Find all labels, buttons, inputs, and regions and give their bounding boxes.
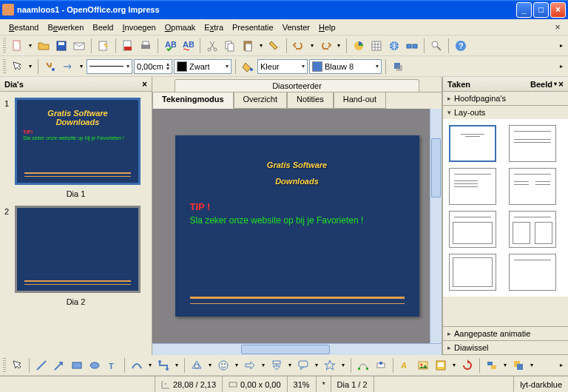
maximize-button[interactable]: □ <box>533 2 549 18</box>
menu-bewerken[interactable]: Bewerken <box>43 21 88 33</box>
ellipse-tool[interactable] <box>87 357 103 374</box>
redo-button[interactable] <box>317 38 334 54</box>
menu-beeld[interactable]: Beeld <box>88 21 118 33</box>
stars-tool[interactable] <box>322 357 338 374</box>
text-tool[interactable]: T <box>104 357 121 374</box>
new-dropdown[interactable]: ▾ <box>27 38 34 54</box>
fill-color-select[interactable]: Blauw 8▾ <box>309 59 382 74</box>
menu-invoegen[interactable]: Invoegen <box>118 21 160 33</box>
tab-overzicht[interactable]: Overzicht <box>234 92 287 109</box>
menu-venster[interactable]: Venster <box>278 21 314 33</box>
rectangle-tool[interactable] <box>69 357 85 374</box>
current-slide[interactable]: Gratis SoftwareDownloads TIP ! Sla zeker… <box>175 135 419 317</box>
document-close-button[interactable]: × <box>552 21 564 33</box>
symbol-shapes-tool[interactable] <box>215 357 231 374</box>
section-layouts[interactable]: ▾Lay-outs <box>443 106 568 119</box>
menu-presentatie[interactable]: Presentatie <box>228 21 278 33</box>
tasks-view-label[interactable]: Beeld <box>530 80 552 89</box>
tab-notities[interactable]: Notities <box>287 92 334 109</box>
save-button[interactable] <box>53 38 70 54</box>
tasks-close[interactable]: × <box>558 79 564 89</box>
arrow-line-tool[interactable] <box>51 357 67 374</box>
paste-dropdown[interactable]: ▾ <box>257 38 265 54</box>
toolbar-overflow[interactable]: ▸ <box>558 58 565 75</box>
section-hoofdpaginas[interactable]: ▸Hoofdpagina's <box>443 92 568 105</box>
new-button[interactable] <box>9 38 25 54</box>
layout-item[interactable] <box>449 125 496 162</box>
layout-item[interactable] <box>509 211 556 248</box>
line-color-select[interactable]: Zwart▾ <box>174 59 231 74</box>
line-style-select[interactable]: ▾ <box>87 59 132 74</box>
select-tool[interactable] <box>9 357 25 374</box>
tab-handout[interactable]: Hand-out <box>334 92 386 109</box>
copy-button[interactable] <box>222 38 238 54</box>
print-button[interactable] <box>138 38 154 54</box>
pdf-button[interactable] <box>120 38 136 54</box>
tab-tekeningmodus[interactable]: Tekeningmodus <box>152 92 234 109</box>
menu-help[interactable]: Help <box>314 21 340 33</box>
line-tool[interactable] <box>33 357 50 374</box>
slide-thumb-2[interactable]: 2 <box>4 206 147 293</box>
open-button[interactable] <box>36 38 52 54</box>
points-tool[interactable] <box>355 357 371 374</box>
layout-item[interactable] <box>509 254 556 291</box>
menu-extra[interactable]: Extra <box>200 21 228 33</box>
layout-item[interactable] <box>449 168 496 205</box>
connector-tool[interactable] <box>155 357 172 374</box>
toolbar-overflow[interactable]: ▸ <box>558 357 565 374</box>
callout-tool[interactable] <box>295 357 311 374</box>
vertical-scrollbar[interactable] <box>430 109 442 343</box>
line-style-icon[interactable] <box>42 58 58 75</box>
navigator-button[interactable] <box>404 38 420 54</box>
slide-editor[interactable]: Gratis SoftwareDownloads TIP ! Sla zeker… <box>152 109 442 343</box>
rotate-tool[interactable] <box>459 357 476 374</box>
close-button[interactable]: × <box>550 2 566 18</box>
cut-button[interactable] <box>204 38 220 54</box>
arrow-tool[interactable] <box>9 58 25 75</box>
shadow-button[interactable] <box>390 58 406 75</box>
paste-button[interactable] <box>240 38 256 54</box>
menu-bestand[interactable]: Bestand <box>4 21 43 33</box>
toolbar-grip[interactable] <box>3 59 6 74</box>
layout-item[interactable] <box>509 168 556 205</box>
spreadsheet-button[interactable] <box>368 38 385 54</box>
status-zoom[interactable]: 31% <box>288 376 317 392</box>
align-tool[interactable] <box>484 357 500 374</box>
autospell-button[interactable]: ABC <box>180 38 196 54</box>
gallery-tool[interactable] <box>433 357 449 374</box>
fill-mode-select[interactable]: Kleur▾ <box>257 59 308 74</box>
format-paintbrush-button[interactable] <box>266 38 283 54</box>
toolbar-grip[interactable] <box>3 38 6 53</box>
menu-opmaak[interactable]: Opmaak <box>160 21 200 33</box>
block-arrows-tool[interactable] <box>242 357 258 374</box>
flowchart-tool[interactable] <box>268 357 285 374</box>
from-file-tool[interactable] <box>415 357 431 374</box>
slide-panel-close[interactable]: × <box>142 79 147 89</box>
hyperlink-button[interactable] <box>386 38 402 54</box>
redo-dropdown[interactable]: ▾ <box>335 38 342 54</box>
section-diawissel[interactable]: ▸Diawissel <box>443 341 568 354</box>
toolbar-overflow[interactable]: ▸ <box>558 38 565 54</box>
layout-item[interactable] <box>509 125 556 162</box>
tab-diasorteerder[interactable]: Diasorteerder <box>175 79 419 92</box>
fontwork-tool[interactable]: A <box>397 357 413 374</box>
undo-dropdown[interactable]: ▾ <box>308 38 316 54</box>
layout-item[interactable] <box>449 211 496 248</box>
curve-tool[interactable] <box>129 357 145 374</box>
section-animatie[interactable]: ▸Aangepaste animatie <box>443 327 568 340</box>
arrange-tool[interactable] <box>510 357 527 374</box>
undo-button[interactable] <box>291 38 307 54</box>
slide-thumb-1[interactable]: 1 Gratis SoftwareDownloads TIP! Sla zeke… <box>4 98 147 185</box>
minimize-button[interactable]: _ <box>516 2 532 18</box>
chart-button[interactable] <box>351 38 367 54</box>
horizontal-scrollbar[interactable] <box>152 343 442 355</box>
email-button[interactable] <box>71 38 87 54</box>
fill-bucket-icon[interactable] <box>240 58 256 75</box>
glue-points-tool[interactable] <box>373 357 389 374</box>
line-width-select[interactable]: 0,00cm▴▾ <box>134 59 172 74</box>
spellcheck-button[interactable]: ABC <box>162 38 178 54</box>
basic-shapes-tool[interactable] <box>189 357 205 374</box>
edit-button[interactable] <box>95 38 112 54</box>
zoom-button[interactable] <box>428 38 444 54</box>
arrow-style-button[interactable] <box>60 58 76 75</box>
